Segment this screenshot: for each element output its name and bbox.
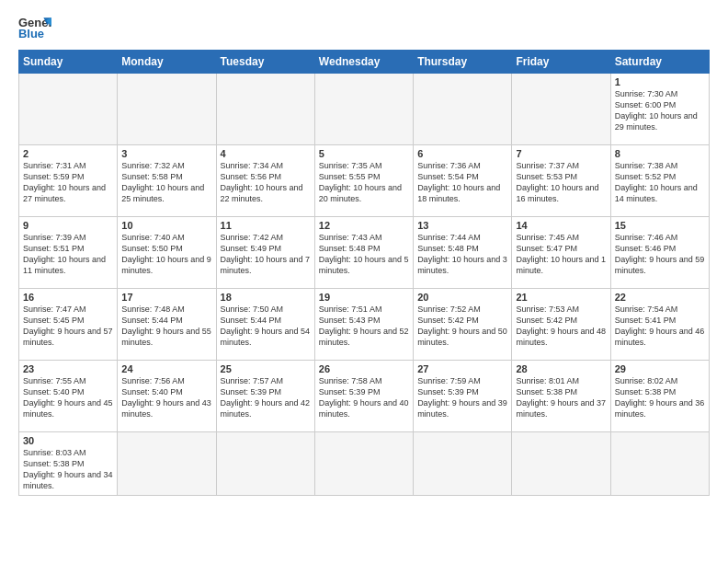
calendar-cell: 25Sunrise: 7:57 AM Sunset: 5:39 PM Dayli…	[216, 361, 314, 432]
day-number: 21	[516, 292, 606, 303]
weekday-header-monday: Monday	[118, 51, 216, 74]
svg-text:Blue: Blue	[18, 27, 44, 40]
calendar-cell: 4Sunrise: 7:34 AM Sunset: 5:56 PM Daylig…	[216, 145, 314, 217]
weekday-header-sunday: Sunday	[19, 51, 118, 74]
calendar-cell: 8Sunrise: 7:38 AM Sunset: 5:52 PM Daylig…	[610, 145, 709, 217]
day-number: 24	[121, 363, 211, 374]
day-info: Sunrise: 7:56 AM Sunset: 5:40 PM Dayligh…	[121, 375, 211, 420]
day-number: 17	[121, 292, 211, 303]
day-info: Sunrise: 7:57 AM Sunset: 5:39 PM Dayligh…	[221, 375, 311, 420]
day-number: 7	[516, 148, 606, 159]
weekday-header-thursday: Thursday	[414, 51, 512, 74]
header: General Blue	[18, 15, 710, 40]
day-info: Sunrise: 7:52 AM Sunset: 5:42 PM Dayligh…	[417, 304, 507, 349]
weekday-header-friday: Friday	[512, 51, 610, 74]
day-info: Sunrise: 8:03 AM Sunset: 5:38 PM Dayligh…	[23, 447, 113, 492]
day-info: Sunrise: 7:36 AM Sunset: 5:54 PM Dayligh…	[417, 160, 507, 205]
generalblue-logo-icon: General Blue	[18, 15, 51, 40]
day-info: Sunrise: 7:54 AM Sunset: 5:41 PM Dayligh…	[615, 304, 705, 349]
calendar-cell: 5Sunrise: 7:35 AM Sunset: 5:55 PM Daylig…	[314, 145, 413, 217]
calendar-cell	[216, 432, 314, 496]
weekday-header-row: SundayMondayTuesdayWednesdayThursdayFrid…	[19, 51, 710, 74]
calendar-cell: 11Sunrise: 7:42 AM Sunset: 5:49 PM Dayli…	[216, 217, 314, 289]
day-number: 1	[615, 76, 705, 87]
day-number: 4	[221, 148, 311, 159]
day-number: 12	[319, 220, 409, 231]
calendar-week-3: 9Sunrise: 7:39 AM Sunset: 5:51 PM Daylig…	[19, 217, 710, 289]
calendar-week-6: 30Sunrise: 8:03 AM Sunset: 5:38 PM Dayli…	[19, 432, 710, 496]
day-number: 30	[23, 435, 113, 446]
day-number: 28	[516, 363, 606, 374]
calendar-cell: 9Sunrise: 7:39 AM Sunset: 5:51 PM Daylig…	[19, 217, 118, 289]
weekday-header-wednesday: Wednesday	[314, 51, 413, 74]
day-info: Sunrise: 7:51 AM Sunset: 5:43 PM Dayligh…	[319, 304, 409, 349]
day-info: Sunrise: 7:31 AM Sunset: 5:59 PM Dayligh…	[23, 160, 113, 205]
day-info: Sunrise: 7:55 AM Sunset: 5:40 PM Dayligh…	[23, 375, 113, 420]
day-info: Sunrise: 7:34 AM Sunset: 5:56 PM Dayligh…	[221, 160, 311, 205]
day-number: 14	[516, 220, 606, 231]
day-number: 5	[319, 148, 409, 159]
calendar-cell	[512, 74, 610, 145]
day-number: 8	[615, 148, 705, 159]
calendar-cell: 19Sunrise: 7:51 AM Sunset: 5:43 PM Dayli…	[314, 289, 413, 361]
day-number: 9	[23, 220, 113, 231]
day-info: Sunrise: 7:46 AM Sunset: 5:46 PM Dayligh…	[615, 232, 705, 277]
calendar-cell: 27Sunrise: 7:59 AM Sunset: 5:39 PM Dayli…	[414, 361, 512, 432]
calendar-cell	[19, 74, 118, 145]
day-info: Sunrise: 8:02 AM Sunset: 5:38 PM Dayligh…	[615, 375, 705, 420]
day-info: Sunrise: 7:43 AM Sunset: 5:48 PM Dayligh…	[319, 232, 409, 277]
day-number: 20	[417, 292, 507, 303]
day-info: Sunrise: 7:48 AM Sunset: 5:44 PM Dayligh…	[121, 304, 211, 349]
calendar-cell: 23Sunrise: 7:55 AM Sunset: 5:40 PM Dayli…	[19, 361, 118, 432]
calendar-cell	[512, 432, 610, 496]
calendar-cell	[414, 432, 512, 496]
calendar-cell: 21Sunrise: 7:53 AM Sunset: 5:42 PM Dayli…	[512, 289, 610, 361]
calendar-cell: 6Sunrise: 7:36 AM Sunset: 5:54 PM Daylig…	[414, 145, 512, 217]
calendar-cell: 28Sunrise: 8:01 AM Sunset: 5:38 PM Dayli…	[512, 361, 610, 432]
day-info: Sunrise: 7:47 AM Sunset: 5:45 PM Dayligh…	[23, 304, 113, 349]
day-number: 26	[319, 363, 409, 374]
day-info: Sunrise: 7:45 AM Sunset: 5:47 PM Dayligh…	[516, 232, 606, 277]
calendar-cell: 15Sunrise: 7:46 AM Sunset: 5:46 PM Dayli…	[610, 217, 709, 289]
day-number: 11	[221, 220, 311, 231]
logo: General Blue	[18, 15, 51, 40]
calendar-cell	[118, 74, 216, 145]
day-info: Sunrise: 7:30 AM Sunset: 6:00 PM Dayligh…	[615, 88, 705, 133]
calendar-cell: 17Sunrise: 7:48 AM Sunset: 5:44 PM Dayli…	[118, 289, 216, 361]
day-info: Sunrise: 8:01 AM Sunset: 5:38 PM Dayligh…	[516, 375, 606, 420]
calendar-cell: 10Sunrise: 7:40 AM Sunset: 5:50 PM Dayli…	[118, 217, 216, 289]
day-info: Sunrise: 7:38 AM Sunset: 5:52 PM Dayligh…	[615, 160, 705, 205]
calendar-week-5: 23Sunrise: 7:55 AM Sunset: 5:40 PM Dayli…	[19, 361, 710, 432]
day-number: 18	[221, 292, 311, 303]
day-info: Sunrise: 7:39 AM Sunset: 5:51 PM Dayligh…	[23, 232, 113, 277]
day-info: Sunrise: 7:50 AM Sunset: 5:44 PM Dayligh…	[221, 304, 311, 349]
day-number: 27	[417, 363, 507, 374]
day-number: 25	[221, 363, 311, 374]
calendar-week-2: 2Sunrise: 7:31 AM Sunset: 5:59 PM Daylig…	[19, 145, 710, 217]
calendar-cell	[414, 74, 512, 145]
calendar-cell: 12Sunrise: 7:43 AM Sunset: 5:48 PM Dayli…	[314, 217, 413, 289]
day-info: Sunrise: 7:58 AM Sunset: 5:39 PM Dayligh…	[319, 375, 409, 420]
calendar-cell: 30Sunrise: 8:03 AM Sunset: 5:38 PM Dayli…	[19, 432, 118, 496]
calendar-cell: 1Sunrise: 7:30 AM Sunset: 6:00 PM Daylig…	[610, 74, 709, 145]
calendar-cell	[314, 432, 413, 496]
calendar-cell: 29Sunrise: 8:02 AM Sunset: 5:38 PM Dayli…	[610, 361, 709, 432]
day-number: 6	[417, 148, 507, 159]
calendar-cell: 13Sunrise: 7:44 AM Sunset: 5:48 PM Dayli…	[414, 217, 512, 289]
day-number: 13	[417, 220, 507, 231]
calendar-cell	[216, 74, 314, 145]
weekday-header-saturday: Saturday	[610, 51, 709, 74]
calendar-cell: 3Sunrise: 7:32 AM Sunset: 5:58 PM Daylig…	[118, 145, 216, 217]
day-number: 23	[23, 363, 113, 374]
page: General Blue SundayMondayTuesdayWednesda…	[0, 0, 728, 563]
calendar-cell: 22Sunrise: 7:54 AM Sunset: 5:41 PM Dayli…	[610, 289, 709, 361]
calendar-cell: 2Sunrise: 7:31 AM Sunset: 5:59 PM Daylig…	[19, 145, 118, 217]
day-info: Sunrise: 7:44 AM Sunset: 5:48 PM Dayligh…	[417, 232, 507, 277]
day-info: Sunrise: 7:37 AM Sunset: 5:53 PM Dayligh…	[516, 160, 606, 205]
day-info: Sunrise: 7:59 AM Sunset: 5:39 PM Dayligh…	[417, 375, 507, 420]
day-number: 2	[23, 148, 113, 159]
calendar-cell: 16Sunrise: 7:47 AM Sunset: 5:45 PM Dayli…	[19, 289, 118, 361]
day-number: 10	[121, 220, 211, 231]
day-info: Sunrise: 7:35 AM Sunset: 5:55 PM Dayligh…	[319, 160, 409, 205]
calendar-cell: 7Sunrise: 7:37 AM Sunset: 5:53 PM Daylig…	[512, 145, 610, 217]
